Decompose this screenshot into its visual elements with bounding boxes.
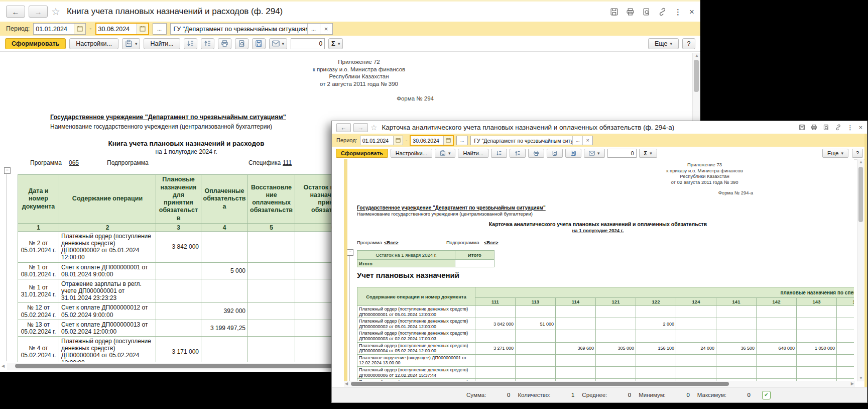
organization-choose-button[interactable]: ... [307, 24, 320, 34]
back-button[interactable]: ← [336, 123, 351, 132]
institution-name[interactable]: Государственное учреждение "Департамент … [357, 205, 546, 211]
program-value[interactable]: 065 [69, 159, 79, 166]
favorite-star-icon[interactable]: ☆ [51, 7, 60, 17]
favorite-star-icon[interactable]: ☆ [370, 124, 377, 131]
scroll-left-icon[interactable]: ◀ [345, 382, 348, 386]
calendar-icon[interactable] [393, 136, 403, 145]
institution-name[interactable]: Государственное учреждение "Департамент … [50, 114, 286, 121]
print-preview-button[interactable] [547, 149, 563, 158]
autosum-button[interactable]: Σ ▾ [639, 149, 657, 158]
expand-groups-button[interactable] [184, 38, 197, 49]
settings-button[interactable]: Настройки... [69, 38, 118, 49]
report-subtitle[interactable]: на 1 полугодие 2024 г. [357, 228, 839, 233]
scroll-thumb[interactable] [15, 364, 350, 368]
forward-button[interactable]: → [353, 123, 368, 132]
organization-value[interactable]: ГУ "Департамент по чрезвычайным ситуация… [171, 24, 307, 34]
dropdown-icon: ▾ [597, 151, 600, 156]
preview-icon[interactable] [642, 8, 651, 16]
organization-value[interactable]: ГУ "Департамент по чрезвычайным ситуация… [471, 136, 572, 145]
print-button[interactable] [218, 38, 231, 49]
link-icon[interactable] [835, 124, 841, 131]
collapse-groups-button[interactable] [510, 149, 526, 158]
table-row: № 13 от 05.02.2024 г.Счет к оплате ДП000… [18, 320, 370, 336]
forward-button[interactable]: → [29, 6, 48, 18]
print-preview-button[interactable] [235, 38, 249, 49]
preview-icon[interactable] [823, 124, 829, 131]
period-from-field[interactable]: 01.01.2024 [33, 23, 86, 35]
print-icon[interactable] [626, 8, 635, 16]
save-icon[interactable] [610, 8, 618, 16]
collapse-group-box[interactable]: − [347, 249, 353, 256]
save-result-button[interactable] [565, 149, 581, 158]
close-window-icon[interactable]: × [858, 124, 862, 131]
subprogram-value[interactable]: <Все> [484, 240, 499, 245]
expand-groups-button[interactable] [491, 149, 507, 158]
period-options-button[interactable]: ... [153, 23, 167, 35]
send-mail-button[interactable]: ▾ [584, 149, 605, 158]
scroll-up-icon[interactable]: ▲ [695, 54, 699, 58]
organization-clear-icon[interactable]: × [582, 136, 592, 145]
scroll-down-icon[interactable]: ▼ [859, 376, 863, 380]
calendar-icon[interactable] [443, 136, 453, 145]
period-options-button[interactable]: ... [456, 136, 468, 145]
more-menu-icon[interactable]: ⋮ [847, 125, 853, 131]
autosum-button[interactable]: Σ ▾ [328, 38, 343, 49]
form-number: Форма № 294-а [653, 190, 756, 196]
help-button[interactable]: ? [682, 38, 695, 49]
organization-field[interactable]: ГУ "Департамент по чрезвычайным ситуация… [170, 23, 333, 35]
period-to-field[interactable]: 30.06.2024 [410, 135, 454, 146]
period-from-value[interactable]: 01.01.2024 [360, 136, 393, 145]
scroll-up-icon[interactable]: ▲ [859, 160, 863, 164]
save-icon[interactable] [799, 124, 805, 131]
back-arrow-icon: ← [341, 124, 347, 131]
calendar-icon[interactable] [137, 24, 148, 34]
print-button[interactable] [528, 149, 544, 158]
organization-field[interactable]: ГУ "Департамент по чрезвычайным ситуация… [470, 136, 593, 145]
card-vertical-scrollbar[interactable]: ▲ ▼ [857, 159, 864, 381]
dropdown-icon: ▾ [650, 151, 652, 156]
scroll-thumb[interactable] [694, 60, 699, 92]
scroll-left-icon[interactable]: ◀ [2, 364, 5, 368]
find-button[interactable]: Найти... [458, 149, 488, 158]
autosum-value-field[interactable]: 0 [607, 149, 637, 158]
more-menu-icon[interactable]: ⋮ [674, 8, 682, 16]
period-to-field[interactable]: 30.06.2024 [95, 23, 149, 35]
autosum-value-field[interactable]: 0 [291, 38, 325, 49]
report-variant-button[interactable]: ▾ [122, 38, 141, 49]
link-icon[interactable] [658, 8, 667, 16]
period-from-value[interactable]: 01.01.2024 [34, 24, 74, 34]
print-icon [533, 150, 539, 156]
card-horizontal-scrollbar[interactable]: ◀ ▶ [344, 381, 855, 387]
more-actions-button[interactable]: Еще▾ [648, 38, 679, 49]
generate-button[interactable]: Сформировать [336, 149, 388, 158]
report-title: Книга учета плановых назначений и расход… [18, 140, 355, 147]
status-ok-icon[interactable]: ✔ [762, 391, 771, 399]
period-from-field[interactable]: 01.01.2024 [360, 136, 403, 145]
close-window-icon[interactable]: × [689, 8, 694, 16]
settings-button[interactable]: Настройки... [391, 149, 432, 158]
table-cell: 5 000 [201, 262, 248, 279]
report-variant-button[interactable]: ▾ [435, 149, 456, 158]
program-value[interactable]: <Все> [384, 240, 399, 245]
help-button[interactable]: ? [852, 149, 863, 158]
print-icon[interactable] [811, 124, 817, 131]
calendar-icon[interactable] [74, 24, 85, 34]
scroll-thumb[interactable] [858, 167, 863, 222]
generate-button[interactable]: Сформировать [5, 38, 66, 49]
more-actions-button[interactable]: Еще▾ [822, 149, 848, 158]
back-button[interactable]: ← [6, 6, 25, 18]
period-to-value[interactable]: 30.06.2024 [96, 24, 137, 34]
find-button[interactable]: Найти... [144, 38, 180, 49]
send-mail-button[interactable]: ▾ [269, 38, 288, 49]
table-cell [516, 354, 556, 366]
scroll-right-icon[interactable]: ▶ [851, 382, 854, 386]
specifics-value[interactable]: 111 [283, 159, 292, 166]
organization-choose-button[interactable]: ... [572, 136, 582, 145]
organization-clear-icon[interactable]: × [320, 24, 332, 34]
collapse-group-box[interactable]: − [4, 167, 11, 174]
save-result-button[interactable] [252, 38, 266, 49]
group-rail [7, 174, 7, 361]
period-to-value[interactable]: 30.06.2024 [411, 136, 443, 145]
scroll-thumb[interactable] [351, 382, 729, 386]
collapse-groups-button[interactable] [201, 38, 214, 49]
